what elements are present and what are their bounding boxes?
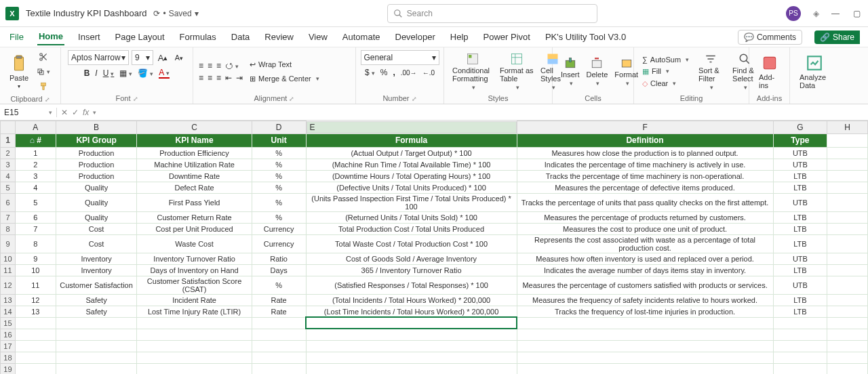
tab-power-pivot[interactable]: Power Pivot <box>482 29 532 45</box>
cell[interactable] <box>827 133 868 147</box>
tab-help[interactable]: Help <box>449 29 470 45</box>
tab-review[interactable]: Review <box>263 29 295 45</box>
cell[interactable]: Measures the frequency of safety inciden… <box>517 294 773 306</box>
row-header[interactable]: 7 <box>1 211 16 223</box>
col-header-h[interactable]: H <box>827 121 868 134</box>
cell[interactable] <box>827 234 868 253</box>
cell[interactable] <box>827 329 868 340</box>
bold-button[interactable]: B <box>84 68 90 78</box>
cell[interactable]: (Total Incidents / Total Hours Worked) *… <box>306 294 517 306</box>
diamond-icon[interactable]: ◈ <box>813 9 819 18</box>
cell[interactable] <box>827 352 868 363</box>
comma-format-button[interactable]: , <box>393 68 395 77</box>
cell[interactable]: 9 <box>15 253 56 264</box>
cell[interactable]: 1 <box>15 147 56 159</box>
tab-insert[interactable]: Insert <box>77 29 102 45</box>
cell[interactable]: 13 <box>15 306 56 317</box>
cell[interactable]: (Downtime Hours / Total Operating Hours)… <box>306 170 517 182</box>
cell[interactable] <box>517 352 773 363</box>
cell[interactable]: LTB <box>773 223 827 234</box>
cell[interactable]: Production <box>56 170 137 182</box>
cell[interactable] <box>252 340 306 352</box>
col-header-e[interactable]: E <box>307 121 517 133</box>
number-dialog-icon[interactable]: ⤢ <box>412 96 417 102</box>
col-header-g[interactable]: G <box>773 121 827 134</box>
decrease-decimal-button[interactable]: ←.0 <box>422 69 435 77</box>
row-header[interactable]: 6 <box>1 193 16 211</box>
analyze-data-button[interactable]: Analyze Data <box>795 53 833 91</box>
cell[interactable] <box>306 363 517 374</box>
wrap-text-button[interactable]: ↩Wrap Text <box>247 59 322 70</box>
cell[interactable]: Measures how close the production is to … <box>517 147 773 159</box>
cell[interactable]: LTB <box>773 170 827 182</box>
cell[interactable]: (Satisfied Responses / Total Responses) … <box>306 276 517 294</box>
cell[interactable] <box>827 317 868 329</box>
cell[interactable]: Inventory <box>56 253 137 264</box>
cell[interactable] <box>56 352 137 363</box>
conditional-formatting-button[interactable]: Conditional Formatting <box>450 51 496 92</box>
cell[interactable]: % <box>252 276 306 294</box>
select-all-cell[interactable] <box>1 121 16 134</box>
cell[interactable] <box>15 363 56 374</box>
cell[interactable] <box>827 182 868 193</box>
cell[interactable]: Incident Rate <box>137 294 252 306</box>
cell[interactable]: UTB <box>773 253 827 264</box>
clear-button[interactable]: ◇ Clear <box>639 78 692 89</box>
tab-developer[interactable]: Developer <box>394 29 437 45</box>
cell[interactable]: 3 <box>15 170 56 182</box>
cell[interactable] <box>827 363 868 374</box>
cell[interactable]: Measures the cost to produce one unit of… <box>517 223 773 234</box>
align-middle-button[interactable]: ≡ <box>208 61 212 70</box>
cut-button[interactable] <box>37 50 50 64</box>
underline-button[interactable]: U <box>103 68 115 78</box>
fill-button[interactable]: ▦ Fill <box>639 66 692 77</box>
cell[interactable]: (Returned Units / Total Units Sold) * 10… <box>306 211 517 223</box>
cell[interactable]: Customer Return Rate <box>137 211 252 223</box>
cell[interactable] <box>306 340 517 352</box>
cell[interactable] <box>827 306 868 317</box>
cell[interactable] <box>56 363 137 374</box>
cell[interactable]: 365 / Inventory Turnover Ratio <box>306 264 517 276</box>
minimize-button[interactable]: — <box>831 9 841 18</box>
row-header[interactable]: 4 <box>1 170 16 182</box>
format-painter-button[interactable] <box>37 80 50 94</box>
row-header[interactable]: 14 <box>1 306 16 317</box>
cell[interactable]: Measures how often inventory is used and… <box>517 253 773 264</box>
cell[interactable] <box>827 170 868 182</box>
cell[interactable]: Rate <box>252 294 306 306</box>
cell[interactable]: Represents the cost associated with wast… <box>517 234 773 253</box>
cell[interactable] <box>137 340 252 352</box>
row-header[interactable]: 5 <box>1 182 16 193</box>
cell[interactable] <box>827 276 868 294</box>
orientation-button[interactable]: ⭯ <box>225 61 239 70</box>
cell[interactable]: Quality <box>56 193 137 211</box>
tab-page-layout[interactable]: Page Layout <box>114 29 166 45</box>
cell[interactable]: 12 <box>15 294 56 306</box>
italic-button[interactable]: I <box>95 68 97 78</box>
cell[interactable]: Lost Time Injury Rate (LTIR) <box>137 306 252 317</box>
chevron-down-icon[interactable]: ▾ <box>93 109 96 116</box>
col-header-b[interactable]: B <box>56 121 137 134</box>
cell[interactable]: UTB <box>773 147 827 159</box>
cell[interactable] <box>56 317 137 329</box>
cell[interactable] <box>773 317 827 329</box>
cell[interactable]: LTB <box>773 294 827 306</box>
cell[interactable]: Measures the percentage of products retu… <box>517 211 773 223</box>
cell[interactable]: Measures the percentage of customers sat… <box>517 276 773 294</box>
cell[interactable]: Production <box>56 147 137 159</box>
cell[interactable]: Downtime Rate <box>137 170 252 182</box>
cell[interactable]: Tracks the frequency of lost-time injuri… <box>517 306 773 317</box>
name-box[interactable]: E15▾ <box>0 108 57 117</box>
cell[interactable] <box>15 329 56 340</box>
search-input[interactable]: Search <box>387 4 597 23</box>
cell[interactable]: Cost <box>56 234 137 253</box>
addins-button[interactable]: Add-ins <box>755 53 784 91</box>
borders-button[interactable]: ▦ <box>119 68 132 78</box>
cell[interactable] <box>15 352 56 363</box>
cell[interactable]: Total Production Cost / Total Units Prod… <box>306 223 517 234</box>
cell[interactable]: UTB <box>773 193 827 211</box>
cell[interactable]: Cost <box>56 223 137 234</box>
insert-cells-button[interactable]: Insert <box>558 56 583 88</box>
row-header[interactable]: 12 <box>1 276 16 294</box>
cell[interactable] <box>252 363 306 374</box>
